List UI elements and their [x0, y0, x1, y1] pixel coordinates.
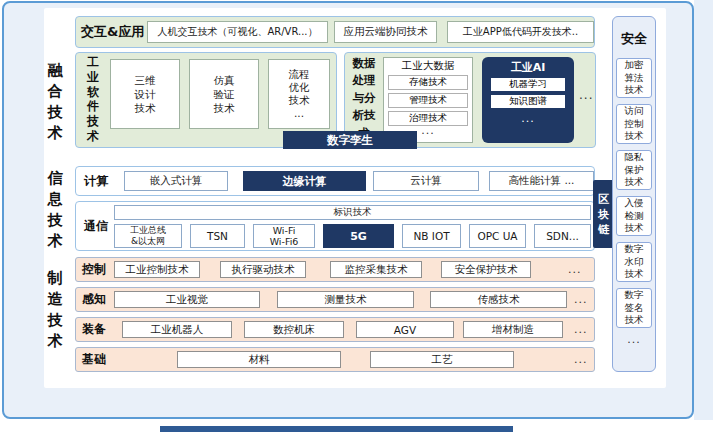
tech-box: 管理技术: [388, 93, 468, 108]
tech-box: 5G: [323, 224, 394, 248]
tech-box: 人机交互技术（可视化、AR/VR...）: [147, 21, 328, 43]
tech-box: 机器学习: [491, 78, 565, 91]
more-ellipsis: ...: [568, 263, 582, 276]
tech-box: 材料: [177, 351, 341, 368]
more-ellipsis: ...: [612, 333, 656, 346]
security-box: 入侵 检测 技术: [616, 196, 652, 236]
tech-box: 工业视觉: [114, 291, 260, 308]
industrial-ai-box: 工业AI 机器学习 知识图谱 ...: [482, 57, 574, 143]
tech-box: 工业APP低代码开发技术..: [447, 21, 594, 43]
tech-box: 流程 优化 技术 ...: [268, 59, 330, 129]
communication-label: 通信: [84, 201, 108, 251]
more-ellipsis: ...: [574, 323, 588, 336]
tech-box: TSN: [190, 224, 245, 248]
equipment-label: 装备: [82, 317, 106, 342]
more-ellipsis: ...: [574, 353, 588, 366]
section-label-information: 信 息 技 术: [44, 168, 66, 252]
control-label: 控制: [82, 257, 106, 282]
tech-box: 工艺: [370, 351, 514, 368]
tech-box: 数控机床: [244, 321, 344, 338]
security-box: 数字 水印 技术: [616, 242, 652, 282]
interaction-row-label: 交互&应用: [81, 16, 144, 48]
bigdata-title: 工业大数据: [402, 59, 455, 73]
ai-title: 工业AI: [511, 60, 546, 75]
tech-box: OPC UA: [469, 224, 526, 248]
tech-box: 工业控制技术: [114, 261, 200, 278]
tech-box: 增材制造: [463, 321, 563, 338]
security-box: 加密 算法 技术: [616, 58, 652, 98]
more-ellipsis: ...: [574, 293, 588, 306]
right-margin-strip: [694, 0, 713, 420]
more-ellipsis: ...: [421, 126, 435, 136]
more-ellipsis: ...: [579, 88, 593, 102]
tech-box: SDN...: [534, 224, 591, 248]
security-box: 访问 控制 技术: [616, 104, 652, 144]
section-label-fusion: 融 合 技 术: [44, 60, 66, 144]
tech-box: 云计算: [373, 171, 479, 191]
tech-box: 存储技术: [388, 75, 468, 90]
tech-box: 边缘计算: [243, 171, 366, 191]
tech-box: 测量技术: [277, 291, 414, 308]
tech-box: 工业机器人: [122, 321, 232, 338]
identifier-tech-bar: 标识技术: [114, 205, 591, 220]
tech-box: 安全保护技术: [441, 261, 531, 278]
tech-box: Wi-Fi Wi-Fi6: [253, 224, 315, 248]
tech-box: AGV: [356, 321, 454, 338]
compute-label: 计算: [84, 166, 108, 196]
tech-box: 三维 设计 技术: [110, 59, 180, 129]
tech-box: NB IOT: [402, 224, 461, 248]
foundation-label: 基础: [82, 347, 106, 372]
bottom-accent-bar: [160, 426, 513, 432]
industrial-software-label: 工 业 软 件 技 术: [84, 55, 102, 144]
tech-box: 传感技术: [430, 291, 567, 308]
security-title: 安全: [612, 30, 656, 48]
tech-box: 工业总线 &以太网: [114, 224, 182, 248]
perception-label: 感知: [82, 287, 106, 312]
tech-box: 执行驱动技术: [220, 261, 306, 278]
section-label-manufacturing: 制 造 技 术: [44, 268, 66, 352]
tech-box: 监控采集技术: [330, 261, 422, 278]
digital-twin-bar: 数字孪生: [283, 131, 417, 149]
tech-box: 知识图谱: [491, 95, 565, 108]
industrial-tech-architecture-diagram: 交互&应用 人机交互技术（可视化、AR/VR...） 应用云端协同技术 工业AP…: [0, 0, 713, 432]
tech-box: 高性能计算 ...: [489, 171, 594, 191]
security-box: 隐私 保护 技术: [616, 150, 652, 190]
more-ellipsis: ...: [521, 114, 535, 124]
tech-box: 仿真 验证 技术: [189, 59, 259, 129]
blockchain-bar: 区 块 链: [593, 180, 614, 248]
tech-box: 应用云端协同技术: [334, 21, 437, 43]
data-processing-label: 数据 处理 与分 析技 术: [350, 55, 378, 142]
tech-box: 嵌入式计算: [124, 171, 228, 191]
security-box: 数字 签名 技术: [616, 288, 652, 328]
